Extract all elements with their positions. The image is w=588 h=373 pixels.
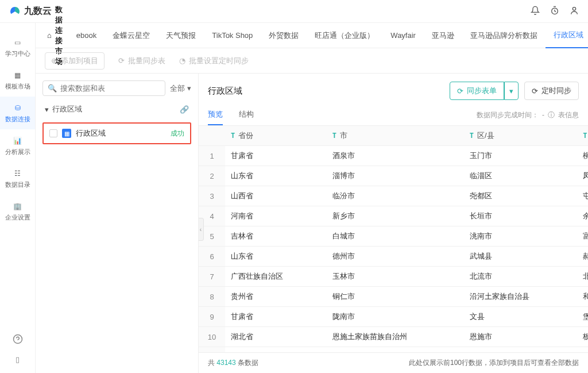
table-row[interactable]: 10湖北省恩施土家族苗族自治州恩施市板桥镇 — [199, 327, 588, 347]
table-row[interactable]: 2山东省淄博市临淄区凤凰镇 — [199, 166, 588, 186]
user-icon[interactable] — [570, 6, 579, 17]
sidebar: ▭学习中心 ▦模板市场 ⛁数据连接 📊分析展示 ☷数据目录 🏢企业设置 ▯ — [0, 23, 36, 373]
batch-sync-button[interactable]: ⟳批量同步表 — [118, 56, 165, 66]
tab-亚马逊品牌分析数据[interactable]: 亚马逊品牌分析数据 — [462, 23, 546, 48]
table-row[interactable]: 5吉林省白城市洮南市富文街 — [199, 226, 588, 247]
table-row[interactable]: 1甘肃省酒泉市玉门市柳湖镇 — [199, 146, 588, 166]
status-badge: 成功 — [171, 129, 184, 139]
list-icon: ☷ — [12, 168, 24, 179]
schedule-button[interactable]: ⟳定时同步 — [524, 82, 579, 100]
caret-down-icon: ▾ — [509, 87, 513, 95]
col-header[interactable]: T省份 — [225, 126, 327, 146]
footer-hint: 此处仅展示前100行数据，添加到项目后可查看全部数据 — [409, 358, 579, 368]
search-input[interactable] — [60, 84, 160, 93]
svg-point-2 — [13, 335, 22, 344]
help-icon[interactable] — [13, 334, 23, 346]
col-header[interactable]: T区/县 — [464, 126, 577, 146]
collapse-icon[interactable]: ▯ — [16, 355, 20, 364]
search-input-wrap[interactable]: 🔍 — [42, 80, 165, 96]
chevron-down-icon: ▾ — [45, 105, 49, 114]
col-header[interactable]: T市 — [327, 126, 464, 146]
add-to-project-button[interactable]: ⊕添加到项目 — [45, 52, 105, 70]
checkbox-icon[interactable] — [49, 129, 57, 137]
tab-struct[interactable]: 结构 — [239, 105, 254, 125]
tab-TikTok Shop[interactable]: TikTok Shop — [204, 23, 261, 48]
type-icon: T — [470, 132, 474, 140]
clock-icon: ◔ — [179, 56, 185, 65]
tab-行政区域[interactable]: 行政区域 — [546, 23, 588, 48]
toolbar: ⊕添加到项目 ⟳批量同步表 ◔批量设置定时同步 — [36, 48, 588, 74]
bell-icon[interactable] — [531, 6, 540, 17]
data-table: T省份T市T区/县T街道/镇 1甘肃省酒泉市玉门市柳湖镇2山东省淄博市临淄区凤凰… — [199, 126, 588, 352]
table-row[interactable]: 7广西壮族自治区玉林市北流市北流镇 — [199, 267, 588, 287]
sidebar-item-data[interactable]: ⛁数据连接 — [0, 97, 35, 129]
type-icon: T — [583, 132, 587, 140]
table-row[interactable]: 11重庆市重庆城区开州区五通乡 — [199, 347, 588, 353]
type-icon: T — [332, 132, 336, 140]
clock-icon: ⟳ — [532, 87, 538, 95]
sync-button[interactable]: ⟳同步表单 — [450, 82, 504, 100]
tab-金蝶云星空[interactable]: 金蝶云星空 — [105, 23, 158, 48]
tree-root[interactable]: ▾行政区域 🔗 — [42, 102, 191, 117]
info-icon[interactable]: ⓘ — [548, 110, 555, 120]
batch-schedule-button[interactable]: ◔批量设置定时同步 — [179, 56, 249, 66]
brand-icon — [9, 6, 21, 17]
refresh-icon: ⟳ — [457, 87, 463, 95]
type-icon: T — [231, 132, 235, 140]
tab-ebook[interactable]: ebook — [68, 23, 105, 48]
table-icon: ▦ — [62, 129, 71, 138]
home-icon: ⌂ — [47, 31, 52, 40]
tab-旺店通（企业版）[interactable]: 旺店通（企业版） — [307, 23, 382, 48]
filter-select[interactable]: 全部 ▾ — [170, 83, 191, 94]
caret-down-icon: ▾ — [187, 84, 191, 93]
panel-collapse-handle[interactable]: ‹ — [199, 218, 204, 241]
page-title: 行政区域 — [208, 86, 242, 97]
sidebar-item-template[interactable]: ▦模板市场 — [0, 64, 35, 97]
grid-icon: ▦ — [12, 70, 24, 81]
svg-point-1 — [572, 7, 575, 10]
chart-icon: 📊 — [12, 135, 24, 147]
table-row[interactable]: 3山西省临汾市尧都区屯里镇 — [199, 186, 588, 206]
tab-亚马逊[interactable]: 亚马逊 — [424, 23, 462, 48]
table-row[interactable]: 6山东省德州市武城县郝王庄镇 — [199, 247, 588, 267]
search-icon: 🔍 — [48, 84, 57, 93]
sidebar-item-catalog[interactable]: ☷数据目录 — [0, 162, 35, 195]
link-icon[interactable]: 🔗 — [180, 105, 189, 114]
tab-preview[interactable]: 预览 — [208, 105, 223, 125]
timer-icon[interactable] — [550, 6, 559, 17]
sidebar-item-learn[interactable]: ▭学习中心 — [0, 31, 35, 64]
table-row[interactable]: 9甘肃省陇南市文县堡子坝镇 — [199, 307, 588, 327]
building-icon: 🏢 — [12, 201, 24, 212]
sync-dropdown[interactable]: ▾ — [504, 82, 519, 100]
tab-天气预报[interactable]: 天气预报 — [158, 23, 204, 48]
plus-icon: ⊕ — [51, 56, 57, 65]
sidebar-item-viz[interactable]: 📊分析展示 — [0, 129, 35, 162]
col-header[interactable]: T街道/镇 — [577, 126, 588, 146]
tab-Wayfair[interactable]: Wayfair — [382, 23, 424, 48]
refresh-icon: ⟳ — [118, 56, 125, 65]
tree-item-selected[interactable]: ▦ 行政区域 成功 — [42, 122, 191, 144]
table-row[interactable]: 4河南省新乡市长垣市余家镇 — [199, 206, 588, 226]
data-icon: ⛁ — [12, 102, 24, 114]
row-count: 共 43143 条数据 — [208, 358, 258, 368]
tab-外贸数据[interactable]: 外贸数据 — [261, 23, 307, 48]
book-icon: ▭ — [12, 37, 24, 48]
tabstrip: ⌂ 数据连接市场 ebook金蝶云星空天气预报TikTok Shop外贸数据旺店… — [36, 23, 588, 48]
sidebar-item-setting[interactable]: 🏢企业设置 — [0, 195, 35, 228]
left-panel: 🔍 全部 ▾ ▾行政区域 🔗 ▦ 行政区域 — [36, 74, 199, 373]
table-row[interactable]: 8贵州省铜仁市沿河土家族自治县和平街 — [199, 287, 588, 307]
